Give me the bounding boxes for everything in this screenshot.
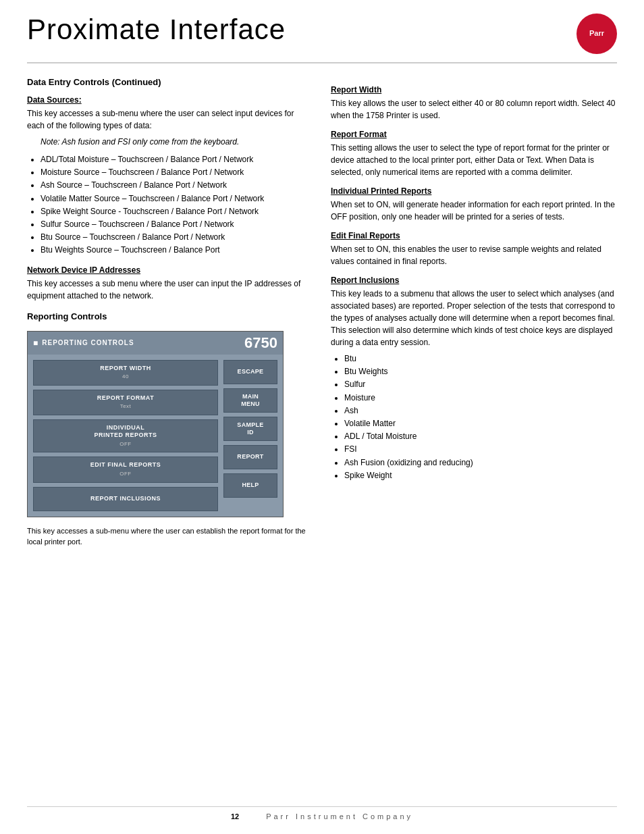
escape-button[interactable]: ESCAPE bbox=[223, 360, 277, 384]
company-name: Parr Instrument Company bbox=[266, 812, 413, 820]
main-content: Data Entry Controls (Continued) Data Sou… bbox=[27, 77, 617, 548]
list-item: Spike Weight Source - Touchscreen / Bala… bbox=[41, 205, 311, 218]
list-item: Btu bbox=[344, 353, 617, 365]
list-item: Ash Fusion (oxidizing and reducing) bbox=[344, 457, 617, 469]
report-width-title: Report Width bbox=[331, 85, 617, 95]
list-item: Btu Weights Source – Touchscreen / Balan… bbox=[41, 244, 311, 257]
help-button[interactable]: HELP bbox=[223, 473, 277, 498]
panel-number: 6750 bbox=[244, 334, 277, 352]
individual-reports-title: Individual Printed Reports bbox=[331, 186, 617, 196]
list-item: Volatile Matter Source – Touchscreen / B… bbox=[41, 192, 311, 205]
list-item: Sulfur Source – Touchscreen / Balance Po… bbox=[41, 218, 311, 231]
edit-final-title: Edit Final Reports bbox=[331, 231, 617, 240]
list-item: Moisture Source – Touchscreen / Balance … bbox=[41, 166, 311, 179]
list-item: ADL / Total Moisture bbox=[344, 430, 617, 443]
list-item: Ash bbox=[344, 405, 617, 417]
network-title: Network Device IP Addresses bbox=[27, 265, 311, 275]
reporting-controls-panel: ■ REPORTING CONTROLS 6750 REPORT WIDTH 4… bbox=[27, 331, 284, 517]
edit-final-reports-button[interactable]: EDIT FINAL REPORTS OFF bbox=[33, 457, 218, 482]
page-number: 12 bbox=[231, 812, 239, 820]
report-format-title: Report Format bbox=[331, 130, 617, 139]
header: Proximate Interface Parr bbox=[27, 14, 617, 63]
page-title: Proximate Interface bbox=[27, 14, 286, 46]
list-item: Btu Source – Touchscreen / Balance Port … bbox=[41, 231, 311, 244]
panel-body: REPORT WIDTH 40 REPORT FORMAT Text INDIV… bbox=[28, 355, 283, 517]
data-sources-list: ADL/Total Moisture – Touchscreen / Balan… bbox=[41, 153, 311, 257]
data-sources-title: Data Sources: bbox=[27, 95, 311, 105]
report-button[interactable]: REPORT bbox=[223, 445, 277, 469]
list-item: Ash Source – Touchscreen / Balance Port … bbox=[41, 179, 311, 192]
footer: 12 Parr Instrument Company bbox=[27, 806, 617, 820]
report-format-button[interactable]: REPORT FORMAT Text bbox=[33, 390, 218, 415]
panel-header: ■ REPORTING CONTROLS 6750 bbox=[28, 332, 283, 355]
company-logo: Parr bbox=[576, 14, 617, 54]
panel-left-buttons: REPORT WIDTH 40 REPORT FORMAT Text INDIV… bbox=[33, 360, 218, 511]
data-sources-intro: This key accesses a sub-menu where the u… bbox=[27, 107, 311, 132]
list-item: Volatile Matter bbox=[344, 417, 617, 430]
right-column: Report Width This key allows the user to… bbox=[331, 77, 617, 548]
list-item: Sulfur bbox=[344, 378, 617, 391]
list-item: Btu Weights bbox=[344, 365, 617, 378]
main-menu-button[interactable]: MAINMENU bbox=[223, 388, 277, 413]
section-title: Data Entry Controls (Continued) bbox=[27, 77, 311, 87]
panel-caption: This key accesses a sub-menu where the u… bbox=[27, 525, 311, 548]
individual-reports-text: When set to ON, will generate header inf… bbox=[331, 199, 617, 223]
report-format-text: This setting allows the user to select t… bbox=[331, 142, 617, 178]
data-sources-note: Note: Ash fusion and FSI only come from … bbox=[41, 136, 311, 148]
individual-printed-reports-button[interactable]: INDIVIDUALPRINTED REPORTS OFF bbox=[33, 419, 218, 453]
left-column: Data Entry Controls (Continued) Data Sou… bbox=[27, 77, 311, 548]
report-width-text: This key allows the user to select eithe… bbox=[331, 97, 617, 122]
report-inclusions-button[interactable]: REPORT INCLUSIONS bbox=[33, 487, 218, 511]
panel-header-left: ■ REPORTING CONTROLS bbox=[33, 338, 134, 348]
page: Proximate Interface Parr Data Entry Cont… bbox=[0, 0, 644, 834]
list-item: Spike Weight bbox=[344, 469, 617, 482]
list-item: Moisture bbox=[344, 392, 617, 405]
panel-title: REPORTING CONTROLS bbox=[42, 339, 134, 346]
reporting-controls-title: Reporting Controls bbox=[27, 311, 311, 321]
panel-icon: ■ bbox=[33, 338, 38, 348]
list-item: FSI bbox=[344, 443, 617, 456]
inclusions-list: Btu Btu Weights Sulfur Moisture Ash Vola… bbox=[344, 353, 617, 482]
panel-right-buttons: ESCAPE MAINMENU SAMPLEID REPORT HELP bbox=[223, 360, 277, 511]
list-item: ADL/Total Moisture – Touchscreen / Balan… bbox=[41, 153, 311, 166]
network-text: This key accesses a sub menu where the u… bbox=[27, 278, 311, 302]
edit-final-text: When set to ON, this enables the user to… bbox=[331, 243, 617, 267]
report-width-button[interactable]: REPORT WIDTH 40 bbox=[33, 360, 218, 386]
report-inclusions-text: This key leads to a submenu that allows … bbox=[331, 288, 617, 348]
sample-id-button[interactable]: SAMPLEID bbox=[223, 417, 277, 441]
report-inclusions-title: Report Inclusions bbox=[331, 276, 617, 285]
